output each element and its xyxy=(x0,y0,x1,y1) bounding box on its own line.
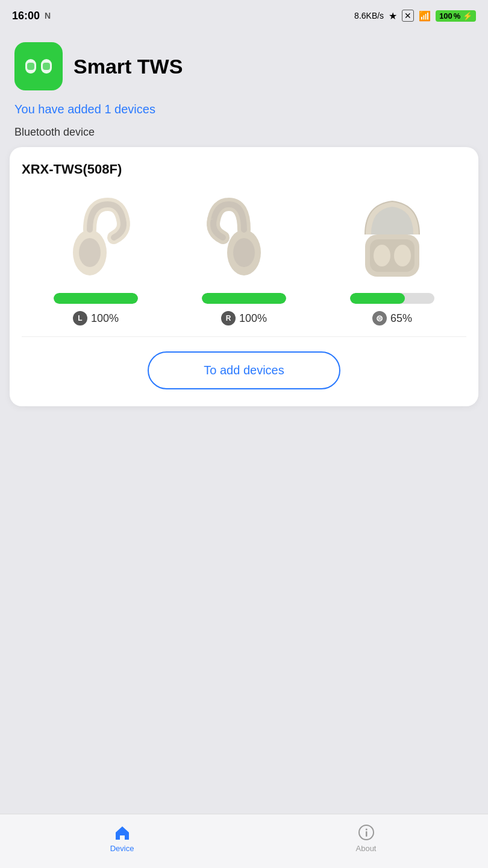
left-badge: L xyxy=(73,311,87,326)
network-icon: N xyxy=(45,11,51,20)
right-battery-fill xyxy=(202,293,286,304)
battery-icon: 100% ⚡ xyxy=(436,10,476,22)
device-card: XRX-TWS(508F) L 100% xyxy=(10,147,478,406)
bluetooth-icon: ★ xyxy=(389,10,397,22)
status-left: 16:00 N xyxy=(12,10,51,22)
svg-point-10 xyxy=(374,245,390,266)
device-name: XRX-TWS(508F) xyxy=(22,162,466,177)
app-icon-svg xyxy=(23,51,54,82)
right-badge: R xyxy=(221,311,236,326)
left-battery-fill xyxy=(54,293,138,304)
left-battery-label: L 100% xyxy=(73,311,119,326)
status-right: 8.6KB/s ★ ✕ 📶 100% ⚡ xyxy=(354,10,476,22)
info-icon xyxy=(357,823,375,841)
nav-device[interactable]: Device xyxy=(0,823,244,859)
earbuds-row: L 100% R 100% xyxy=(22,189,466,326)
case-item: ⊜ 65% xyxy=(318,189,466,326)
case-battery-label: ⊜ 65% xyxy=(372,311,412,326)
svg-point-5 xyxy=(79,238,101,267)
status-time: 16:00 xyxy=(12,10,40,22)
svg-rect-1 xyxy=(27,63,34,70)
case-visual xyxy=(344,189,440,286)
add-devices-button[interactable]: To add devices xyxy=(148,351,340,389)
network-speed: 8.6KB/s xyxy=(354,11,384,20)
nav-about[interactable]: About xyxy=(244,823,488,859)
case-battery-percent: 65% xyxy=(390,312,412,325)
case-battery-fill xyxy=(350,293,405,304)
nav-device-label: Device xyxy=(110,844,134,853)
right-battery-label: R 100% xyxy=(221,311,267,326)
status-bar: 16:00 N 8.6KB/s ★ ✕ 📶 100% ⚡ xyxy=(0,0,488,30)
card-divider xyxy=(22,336,466,337)
app-title: Smart TWS xyxy=(74,55,183,78)
home-icon xyxy=(113,823,131,841)
wifi-icon: 📶 xyxy=(419,10,431,22)
case-battery-bar xyxy=(350,293,434,304)
right-earbud-item: R 100% xyxy=(170,189,318,326)
svg-rect-3 xyxy=(43,63,50,70)
right-earphone-visual xyxy=(196,189,292,286)
right-battery-percent: 100% xyxy=(239,312,267,325)
left-earphone-visual xyxy=(48,189,144,286)
case-badge: ⊜ xyxy=(372,311,387,326)
svg-point-7 xyxy=(233,238,255,267)
right-battery-bar xyxy=(202,293,286,304)
section-label: Bluetooth device xyxy=(0,121,488,145)
svg-point-11 xyxy=(394,245,411,266)
left-battery-percent: 100% xyxy=(91,312,119,325)
close-icon: ✕ xyxy=(402,10,414,22)
app-header: Smart TWS xyxy=(0,30,488,100)
devices-subtitle: You have added 1 devices xyxy=(0,100,488,121)
svg-rect-13 xyxy=(366,831,368,837)
bottom-nav: Device About xyxy=(0,814,488,868)
app-icon xyxy=(14,42,63,90)
nav-about-label: About xyxy=(356,844,377,853)
left-earbud-item: L 100% xyxy=(22,189,170,326)
left-battery-bar xyxy=(54,293,138,304)
svg-point-14 xyxy=(365,829,367,831)
